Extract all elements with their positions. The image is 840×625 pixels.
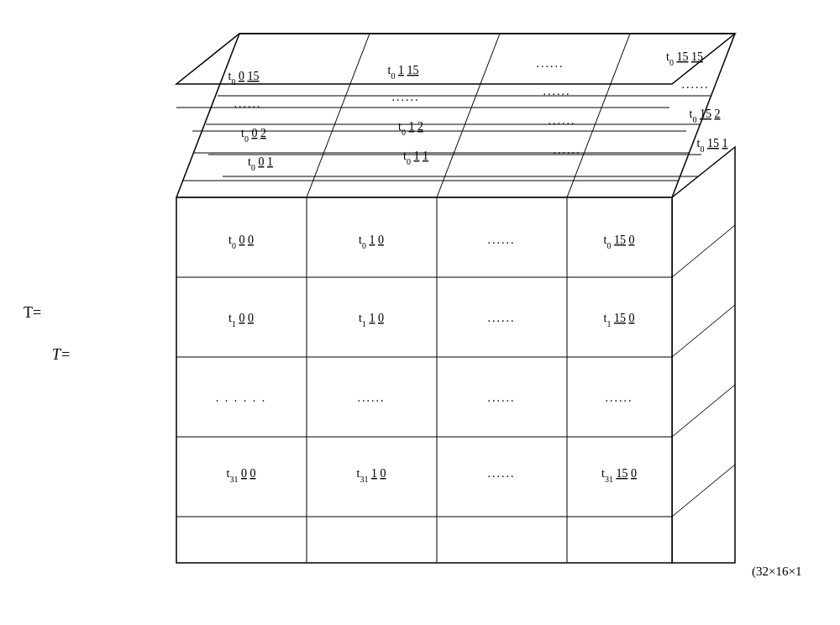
tensor-diagram: t0 0 15 t0 1 15 ...... t0 15 15 ...... .… (46, 17, 802, 605)
cell-top-r3-c1: t0 1 1 (403, 150, 428, 166)
cell-top-r2-c3: t0 15 2 (690, 108, 721, 124)
cell-top-r2-c0: t0 0 2 (241, 127, 266, 144)
dimension-label: (32×16×16) (752, 565, 802, 579)
cell-top-r3-c3: t0 15 1 (697, 137, 728, 154)
page-container: T= (0, 0, 840, 625)
front-r2-c1: ...... (358, 391, 386, 404)
T-equals-label: T= (52, 346, 71, 364)
front-r0-c2: ...... (488, 234, 516, 246)
cell-top-r3-c2: ...... (554, 144, 581, 156)
front-r2-c2: ...... (488, 391, 516, 404)
cell-top-r1-c0: ...... (234, 97, 262, 110)
cell-top-r2-c1: t0 1 2 (398, 120, 423, 137)
cell-top-r1-c3: ...... (682, 78, 710, 91)
cell-top-r3-c0: t0 0 1 (248, 155, 273, 172)
cell-top-r2-c2: ...... (549, 114, 576, 127)
front-r3-c2: ...... (488, 467, 516, 480)
tensor-label: T= (24, 304, 41, 322)
front-r1-c2: ...... (488, 312, 516, 324)
svg-rect-23 (176, 197, 672, 563)
front-r2-c0: . . . . . . (216, 391, 267, 404)
svg-marker-18 (672, 147, 735, 563)
front-r2-c3: ...... (606, 391, 633, 404)
cell-top-r1-c1: ...... (392, 91, 420, 103)
cell-top-r0-c2: ...... (537, 57, 564, 70)
svg-marker-0 (176, 34, 735, 84)
cell-top-r1-c2: ...... (543, 85, 571, 97)
